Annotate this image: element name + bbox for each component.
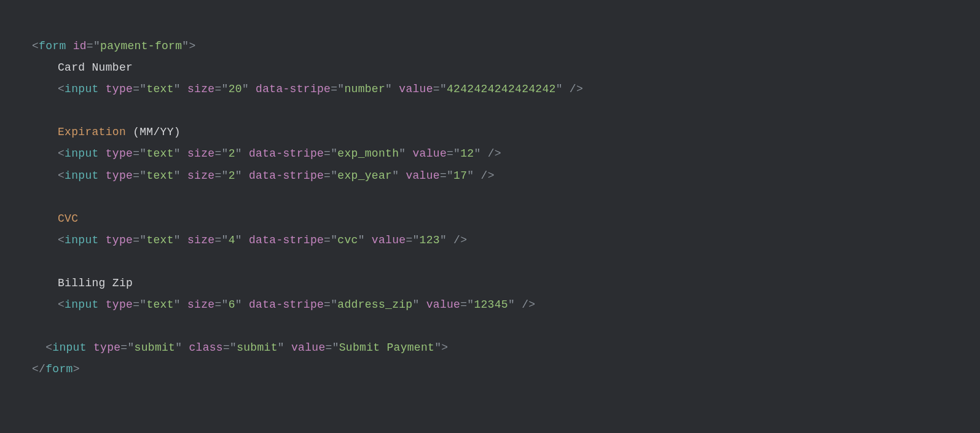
code-token: <	[58, 234, 65, 246]
code-token: input	[52, 341, 87, 354]
code-token: =	[447, 147, 453, 160]
code-token: =	[133, 298, 139, 311]
code-token: "	[174, 147, 187, 160]
code-token: "	[467, 298, 474, 311]
code-token: Card Number	[58, 61, 133, 74]
code-token: 17	[453, 170, 467, 182]
code-token: type	[106, 83, 133, 95]
code-token: payment-form	[100, 40, 182, 52]
code-token: "	[222, 83, 229, 95]
code-token: Expiration	[58, 126, 126, 138]
code-token: "	[222, 234, 229, 246]
code-token: "	[412, 234, 419, 246]
code-token: "	[385, 83, 399, 95]
code-token: text	[146, 234, 173, 246]
code-token: "	[331, 298, 337, 311]
code-token: 12345	[474, 298, 508, 311]
code-token: input	[65, 147, 99, 160]
code-token: "	[174, 234, 187, 246]
code-token: "	[331, 170, 337, 182]
code-token: input	[65, 234, 99, 246]
code-line: <input type="submit" class="submit" valu…	[32, 337, 948, 359]
code-token: size	[187, 170, 214, 182]
code-token: size	[187, 234, 214, 246]
code-token: =	[324, 298, 331, 311]
code-token: class	[189, 341, 223, 354]
code-token: 12	[460, 147, 474, 160]
code-token: "	[331, 147, 337, 160]
code-token: 4242424242424242	[447, 83, 556, 95]
code-token: =	[324, 170, 331, 182]
code-line: Expiration (MM/YY)	[32, 122, 948, 143]
code-token: =	[133, 170, 139, 182]
code-token: "	[332, 341, 339, 354]
code-token: exp_month	[337, 147, 399, 160]
code-line: </form>	[32, 359, 948, 380]
code-token: "	[242, 83, 256, 95]
code-token: =	[214, 234, 221, 246]
code-token: data-stripe	[249, 234, 324, 246]
code-token: text	[146, 298, 173, 311]
code-token: =	[133, 234, 139, 246]
code-token: "	[139, 170, 146, 182]
code-token: =	[214, 170, 221, 182]
code-line: CVC	[32, 208, 948, 230]
code-line: Card Number	[32, 57, 948, 79]
code-token: "	[139, 298, 146, 311]
code-token: "	[235, 234, 249, 246]
code-token: "	[440, 83, 447, 95]
code-token: CVC	[58, 213, 78, 225]
code-token: type	[106, 298, 133, 311]
code-token: "	[278, 341, 291, 354]
code-token: 2	[229, 147, 235, 160]
code-token: =	[214, 298, 221, 311]
code-token: size	[187, 147, 214, 160]
code-token: =	[120, 341, 127, 354]
code-token: data-stripe	[249, 147, 324, 160]
code-token: >	[73, 363, 80, 375]
code-line: <input type="text" size="4" data-stripe=…	[32, 230, 948, 251]
code-token: type	[106, 147, 133, 160]
code-token: type	[93, 341, 120, 354]
code-token: "	[331, 234, 337, 246]
code-token: >	[189, 40, 195, 52]
code-token: <	[58, 147, 65, 160]
code-token: Submit Payment	[339, 341, 434, 354]
code-token: text	[146, 83, 173, 95]
code-token: "	[337, 83, 344, 95]
code-line	[32, 251, 948, 273]
code-line: <form id="payment-form">	[32, 36, 948, 57]
code-token: "	[392, 170, 406, 182]
code-token: "	[139, 234, 146, 246]
code-token: input	[65, 83, 99, 95]
code-token: "	[412, 298, 426, 311]
code-token: " />	[556, 83, 583, 95]
code-token: "	[447, 170, 453, 182]
code-token: size	[187, 83, 214, 95]
code-token: "	[174, 170, 187, 182]
code-token: submit	[135, 341, 176, 354]
code-token: value	[372, 234, 406, 246]
code-token	[99, 298, 106, 311]
code-token: 4	[229, 234, 235, 246]
code-token: =	[460, 298, 467, 311]
code-token: "	[127, 341, 134, 354]
code-token: submit	[237, 341, 278, 354]
code-token: =	[133, 83, 139, 95]
code-token: " />	[508, 298, 535, 311]
code-line	[32, 316, 948, 337]
code-token: data-stripe	[249, 298, 324, 311]
code-token: exp_year	[337, 170, 392, 182]
code-token: =	[433, 83, 440, 95]
code-token: value	[291, 341, 326, 354]
code-token: form	[45, 363, 73, 375]
code-token: (MM/YY)	[126, 126, 181, 138]
code-token: form	[39, 40, 66, 52]
code-token	[99, 147, 106, 160]
code-token: "	[399, 147, 412, 160]
code-token: "	[182, 40, 189, 52]
code-line	[32, 100, 948, 122]
code-token: " />	[474, 147, 501, 160]
code-token	[66, 40, 73, 52]
code-token: id	[73, 40, 87, 52]
